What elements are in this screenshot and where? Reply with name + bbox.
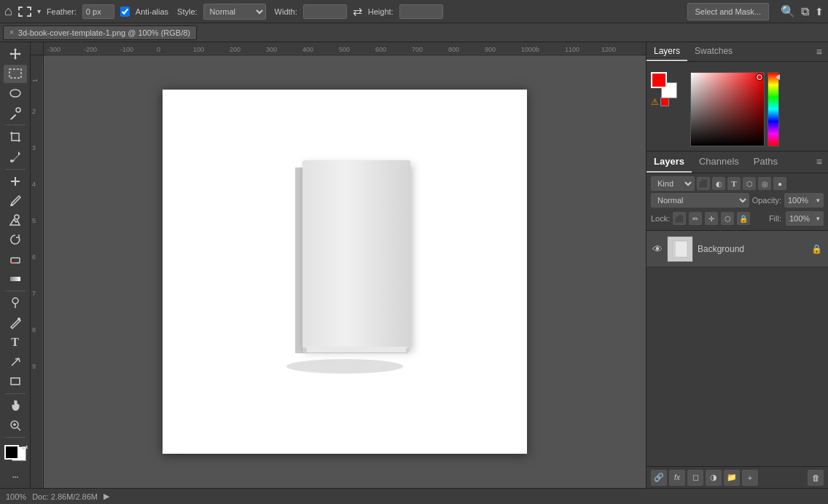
dodge-tool-btn[interactable] xyxy=(4,294,27,312)
filter-effect-icon[interactable]: ● xyxy=(773,177,786,190)
pen-tool-btn[interactable] xyxy=(4,314,27,332)
magic-wand-btn[interactable] xyxy=(4,103,27,122)
svg-text:1200: 1200 xyxy=(601,46,616,53)
search-icon[interactable]: 🔍 xyxy=(781,4,795,18)
canvas-area: -300 -200 -100 0 100 200 300 400 500 600… xyxy=(31,42,646,488)
layer-lock-icon: 🔒 xyxy=(811,244,822,254)
layer-background-item[interactable]: 👁 Background 🔒 xyxy=(647,231,828,267)
canvas-wrapper: 1 2 3 4 5 6 7 8 9 xyxy=(31,55,646,488)
opacity-arrow[interactable]: ▾ xyxy=(813,194,823,207)
layer-kind-select[interactable]: Kind xyxy=(651,176,695,191)
canvas-container[interactable] xyxy=(44,55,646,488)
anti-alias-checkbox[interactable] xyxy=(120,4,130,20)
document-tab[interactable]: × 3d-book-cover-template-1.png @ 100% (R… xyxy=(3,25,197,40)
delete-layer-btn[interactable]: 🗑 xyxy=(808,470,824,486)
layer-thumbnail xyxy=(667,236,693,262)
filter-type-icon[interactable]: T xyxy=(727,177,741,190)
filter-adjust-icon[interactable]: ◐ xyxy=(712,177,725,190)
vertical-ruler: 1 2 3 4 5 6 7 8 9 xyxy=(31,55,44,488)
lasso-tool-btn[interactable] xyxy=(4,84,27,103)
heal-tool-btn[interactable] xyxy=(4,172,27,190)
swap-colors-icon[interactable]: ⇄ xyxy=(22,444,28,452)
screen-mode-icon[interactable]: ⧉ xyxy=(801,5,809,18)
filter-shape-icon[interactable]: ⬡ xyxy=(743,177,756,190)
layer-list: 👁 Background 🔒 xyxy=(647,231,828,466)
layer-mask-btn[interactable]: ◻ xyxy=(687,470,703,486)
svg-rect-48 xyxy=(673,241,676,257)
tab-swatches[interactable]: Swatches xyxy=(687,42,740,61)
fill-arrow[interactable]: ▾ xyxy=(813,212,823,225)
adjustment-layer-btn[interactable]: ◑ xyxy=(706,470,722,486)
move-tool-btn[interactable] xyxy=(4,45,27,63)
tab-layers[interactable]: Layers xyxy=(647,151,692,173)
hand-tool-btn[interactable] xyxy=(4,397,27,415)
left-toolbar: T ⇄ ··· xyxy=(0,42,31,488)
width-input[interactable] xyxy=(303,4,347,19)
filter-smart-icon[interactable]: ◎ xyxy=(758,177,771,190)
share-icon[interactable]: ⬆ xyxy=(815,6,824,17)
tab-close-icon[interactable]: × xyxy=(9,28,14,36)
svg-text:-300: -300 xyxy=(47,46,60,53)
svg-point-1 xyxy=(10,90,20,97)
layer-visibility-eye[interactable]: 👁 xyxy=(652,243,663,255)
svg-text:4: 4 xyxy=(32,181,36,188)
svg-text:0: 0 xyxy=(157,46,160,53)
zoom-tool-btn[interactable] xyxy=(4,416,27,434)
svg-text:1100: 1100 xyxy=(565,46,579,53)
layer-mode-select[interactable]: Normal Dissolve Multiply Screen xyxy=(651,193,749,208)
marquee-tool-btn[interactable] xyxy=(4,65,27,83)
color-spectrum-bar[interactable] xyxy=(768,72,779,146)
lock-transparency-icon[interactable]: ⬛ xyxy=(673,212,686,225)
svg-rect-6 xyxy=(11,181,20,182)
marquee-tool-icon[interactable] xyxy=(18,7,31,17)
main-area: T ⇄ ··· xyxy=(0,42,828,488)
lock-all-icon[interactable]: 🔒 xyxy=(737,212,750,225)
layer-effects-btn[interactable]: fx xyxy=(669,470,685,486)
brush-tool-btn[interactable] xyxy=(4,192,27,210)
fill-input[interactable] xyxy=(786,214,813,223)
crop-tool-btn[interactable] xyxy=(4,128,27,146)
fg-color-swatch[interactable] xyxy=(4,445,19,460)
refresh-icon[interactable]: ⇄ xyxy=(353,4,362,18)
filter-pixel-icon[interactable]: ⬛ xyxy=(697,177,710,190)
lock-artboard-icon[interactable]: ⬡ xyxy=(721,212,734,225)
link-layers-btn[interactable]: 🔗 xyxy=(651,470,667,486)
shape-tool-btn[interactable] xyxy=(4,372,27,390)
status-expand-arrow[interactable]: ▶ xyxy=(104,492,109,501)
new-group-btn[interactable]: 📁 xyxy=(724,470,740,486)
home-icon[interactable]: ⌂ xyxy=(4,4,12,19)
gamut-warning-swatch[interactable] xyxy=(660,98,669,106)
tab-color[interactable]: Layers xyxy=(647,42,687,61)
feather-input[interactable] xyxy=(82,4,114,19)
tab-channels[interactable]: Channels xyxy=(692,151,746,173)
tool-option-arrow[interactable]: ▾ xyxy=(37,7,41,15)
history-brush-btn[interactable] xyxy=(4,231,27,249)
opacity-input[interactable] xyxy=(785,196,813,205)
color-gradient-picker[interactable] xyxy=(690,72,765,146)
new-layer-btn[interactable]: + xyxy=(742,470,758,486)
feather-label: Feather: xyxy=(47,7,77,16)
tab-paths[interactable]: Paths xyxy=(746,151,785,173)
eyedropper-tool-btn[interactable] xyxy=(4,148,27,166)
svg-point-8 xyxy=(15,215,19,219)
svg-point-42 xyxy=(286,359,403,374)
warning-triangle-icon[interactable]: ⚠ xyxy=(651,97,659,107)
color-panel-menu[interactable]: ≡ xyxy=(811,42,828,61)
svg-text:200: 200 xyxy=(230,46,241,53)
select-mask-button[interactable]: Select and Mask... xyxy=(687,3,770,20)
lock-position-icon[interactable]: ✛ xyxy=(705,212,718,225)
path-select-btn[interactable] xyxy=(4,353,27,371)
style-select[interactable]: Normal Fixed Ratio Fixed Size xyxy=(203,4,266,20)
svg-text:700: 700 xyxy=(412,46,423,53)
svg-text:6: 6 xyxy=(32,253,36,261)
clone-tool-btn[interactable] xyxy=(4,211,27,229)
fg-color-panel-swatch[interactable] xyxy=(651,72,667,88)
svg-point-12 xyxy=(17,318,20,320)
lock-image-icon[interactable]: ✏ xyxy=(689,212,702,225)
more-tools-btn[interactable]: ··· xyxy=(4,467,27,485)
eraser-tool-btn[interactable] xyxy=(4,251,27,269)
gradient-tool-btn[interactable] xyxy=(4,269,27,288)
type-tool-btn[interactable]: T xyxy=(4,334,27,352)
height-input[interactable] xyxy=(399,4,443,19)
layers-panel-menu[interactable]: ≡ xyxy=(811,151,828,173)
